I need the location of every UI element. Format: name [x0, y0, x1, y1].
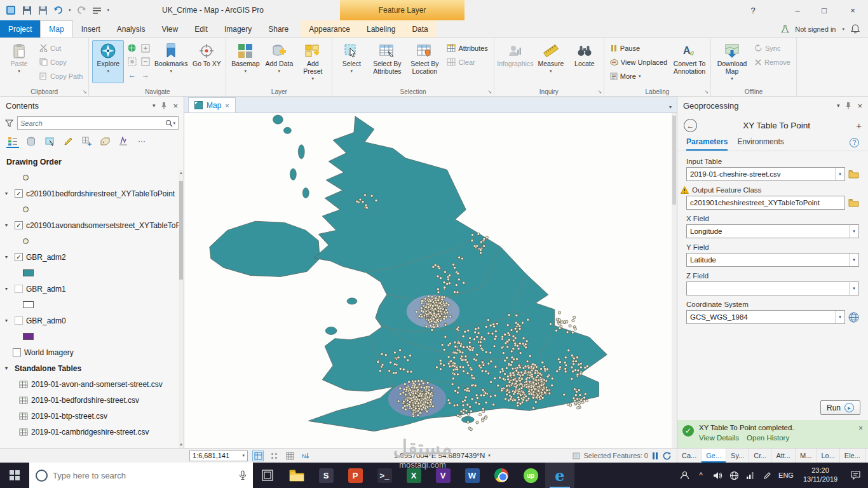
word-icon[interactable]: W [458, 463, 487, 488]
layer-checkbox[interactable] [13, 348, 21, 356]
run-button[interactable]: Run ▸ [820, 400, 860, 415]
dropdown-caret-icon[interactable]: ▾ [849, 282, 858, 295]
powerpoint-icon[interactable]: P [341, 463, 370, 488]
layer-checkbox[interactable]: ✓ [15, 253, 23, 261]
layer-checkbox[interactable]: ✓ [15, 189, 23, 198]
contents-close-icon[interactable]: × [173, 101, 178, 111]
tab-map[interactable]: Map [40, 20, 72, 37]
layer-item-avonandsomerset[interactable]: ▾ ✓ c201901avonandsomersetstreet_XYTable… [0, 217, 184, 233]
pin-icon[interactable] [845, 102, 851, 109]
dropdown-caret-icon[interactable]: ▾ [835, 311, 844, 323]
tab-parameters[interactable]: Parameters [686, 137, 728, 151]
list-by-drawing-order-icon[interactable] [6, 135, 19, 148]
undo-caret[interactable]: ▾ [69, 8, 71, 13]
tab-analysis[interactable]: Analysis [109, 20, 154, 37]
y-field-combo[interactable]: Latitude ▾ [686, 253, 859, 267]
select-button[interactable]: Select ▾ [336, 40, 367, 83]
tab-view[interactable]: View [153, 20, 186, 37]
upwork-icon[interactable]: up [516, 463, 545, 488]
tab-create[interactable]: Cr... [749, 449, 771, 463]
snapping-toggle-icon[interactable] [268, 451, 280, 461]
pause-labeling-button[interactable]: Pause [607, 41, 670, 55]
more-labeling-button[interactable]: More ▾ [607, 69, 670, 83]
tab-labeling[interactable]: Labeling [358, 20, 403, 37]
goto-xy-button[interactable]: Go To XY [191, 40, 222, 83]
list-by-charts-icon[interactable] [117, 135, 130, 148]
minimize-button[interactable]: – [784, 0, 811, 20]
save-icon[interactable] [21, 4, 32, 16]
toolbar-caret[interactable]: ▾ [107, 8, 110, 13]
app-icon-dark-2[interactable]: >_ [370, 463, 399, 488]
map-view-tab[interactable]: Map × [188, 97, 236, 112]
scroll-down-icon[interactable]: ▼ [179, 443, 184, 447]
sync-button[interactable]: Sync [752, 41, 793, 55]
tab-appearance[interactable]: Appearance [301, 20, 358, 37]
tab-insert[interactable]: Insert [73, 20, 109, 37]
list-by-editing-icon[interactable] [62, 135, 74, 148]
list-by-data-source-icon[interactable] [25, 135, 37, 148]
start-button[interactable] [0, 463, 29, 488]
table-item[interactable]: 2019-01-cambridgeshire-street.csv [0, 424, 184, 440]
scale-caret-icon[interactable]: ▾ [242, 453, 245, 458]
paste-button[interactable]: Paste ▾ [3, 40, 35, 83]
basemap-button[interactable]: Basemap ▾ [229, 40, 261, 83]
layer-item-world-imagery[interactable]: World Imagery [0, 344, 184, 360]
save-project-icon[interactable] [37, 4, 48, 16]
inquiry-dialog-launcher-icon[interactable]: ↘ [597, 89, 602, 95]
chrome-icon[interactable] [487, 463, 516, 488]
cortana-icon[interactable] [36, 470, 48, 482]
notification-close-icon[interactable]: × [858, 424, 863, 433]
layer-item-gbr-adm0[interactable]: ▾ GBR_adm0 [0, 313, 184, 329]
dropdown-caret-icon[interactable]: ▾ [835, 168, 844, 180]
layer-item-gbr-adm2[interactable]: ▾ ✓ GBR_adm2 [0, 249, 184, 265]
coordinate-system-combo[interactable]: GCS_WGS_1984 ▾ [686, 310, 845, 324]
tab-geoprocessing[interactable]: Ge... [702, 449, 726, 463]
map-scrollbar[interactable] [672, 113, 677, 448]
map-tab-close-icon[interactable]: × [225, 102, 229, 109]
network-icon[interactable] [726, 471, 742, 480]
signal-icon[interactable] [742, 471, 759, 479]
close-button[interactable]: × [837, 0, 868, 20]
customize-toolbar-icon[interactable] [92, 4, 103, 16]
tab-catalog[interactable]: Ca... [677, 449, 702, 463]
search-options-caret[interactable]: ▾ [173, 121, 175, 126]
refresh-icon[interactable] [662, 451, 672, 461]
locate-button[interactable]: Locate [569, 40, 600, 83]
explore-button[interactable]: Explore ▾ [92, 40, 124, 83]
add-to-project-icon[interactable]: + [856, 120, 862, 131]
tab-m[interactable]: M... [796, 449, 817, 463]
list-by-snapping-icon[interactable] [80, 135, 93, 148]
north-arrow-icon[interactable]: N [300, 451, 311, 461]
tab-imagery[interactable]: Imagery [216, 20, 260, 37]
tab-data[interactable]: Data [403, 20, 436, 37]
fixed-zoom-out-icon[interactable] [139, 55, 151, 67]
expander-icon[interactable]: ▾ [5, 254, 11, 260]
volume-icon[interactable] [709, 471, 726, 480]
clock[interactable]: 23:20 13/11/2019 [797, 466, 844, 484]
list-by-labeling-icon[interactable] [98, 135, 111, 148]
remove-button[interactable]: Remove [752, 55, 793, 69]
file-explorer-icon[interactable] [282, 463, 311, 488]
layer-checkbox[interactable] [15, 285, 23, 293]
pause-drawing-icon[interactable] [653, 452, 658, 459]
input-table-combo[interactable]: 2019-01-cheshire-street.csv ▾ [686, 167, 845, 181]
z-field-combo[interactable]: ▾ [686, 281, 859, 295]
dropdown-caret-icon[interactable]: ▾ [849, 225, 858, 238]
expander-icon[interactable]: ▾ [5, 318, 11, 323]
browse-folder-icon[interactable] [848, 170, 859, 179]
globe-icon[interactable] [848, 312, 859, 323]
layer-symbol-row[interactable] [0, 201, 184, 217]
attributes-button[interactable]: Attributes [444, 41, 490, 55]
open-history-link[interactable]: Open History [747, 434, 789, 442]
tab-elevation[interactable]: Ele... [840, 449, 865, 463]
excel-icon[interactable]: X [399, 463, 428, 488]
scale-combo[interactable]: 1:6,681,141 ▾ [189, 451, 248, 461]
bookmarks-button[interactable]: Bookmarks ▾ [153, 40, 189, 83]
contents-menu-caret[interactable]: ▾ [153, 102, 156, 109]
tab-locate[interactable]: Lo... [817, 449, 839, 463]
scroll-up-icon[interactable]: ▲ [179, 171, 184, 175]
back-button[interactable]: ← [684, 119, 697, 132]
edge-icon[interactable]: e [545, 463, 574, 488]
select-by-location-button[interactable]: Select By Location [407, 40, 442, 83]
view-details-link[interactable]: View Details [699, 434, 739, 442]
